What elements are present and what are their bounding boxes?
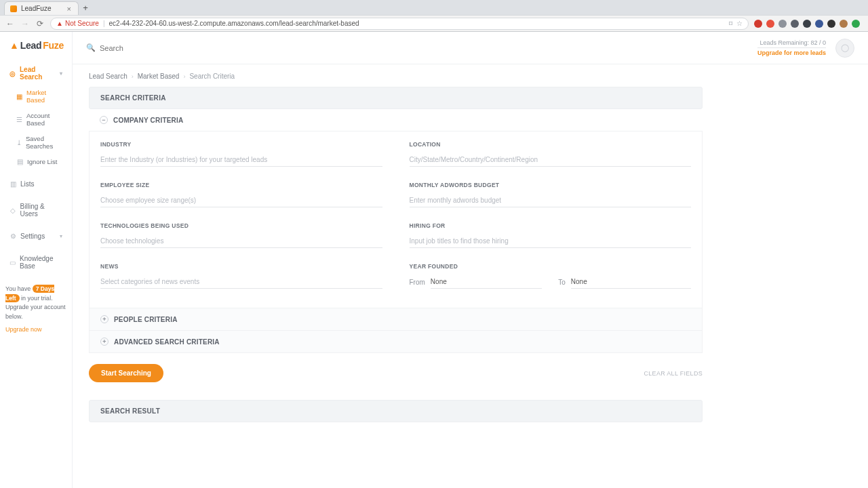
crumb-market-based[interactable]: Market Based: [138, 73, 180, 80]
chevron-down-icon: ▾: [60, 70, 62, 77]
not-secure-label: Not Secure: [65, 20, 99, 27]
nav-market-based-label: Market Based: [26, 89, 62, 104]
lists-icon: ▥: [9, 181, 16, 188]
extension-icons: [754, 20, 863, 28]
ext-icon-7[interactable]: [827, 20, 835, 28]
account-icon: ☰: [16, 116, 22, 123]
nav-kb-label: Knowledge Base: [20, 255, 62, 270]
company-criteria-label: COMPANY CRITERIA: [113, 117, 183, 124]
breadcrumb: Lead Search › Market Based › Search Crit…: [89, 73, 852, 80]
location-input[interactable]: [410, 153, 692, 167]
year-label: YEAR FOUNDED: [410, 263, 692, 270]
user-avatar[interactable]: ◯: [835, 39, 854, 58]
url-box[interactable]: ▲ Not Secure | ec2-44-232-204-60.us-west…: [50, 18, 749, 30]
nav-market-based[interactable]: ▦ Market Based: [5, 85, 66, 108]
star-icon[interactable]: ☆: [736, 20, 743, 27]
actions-row: Start Searching CLEAR ALL FIELDS: [89, 353, 703, 396]
field-news: NEWS: [100, 263, 382, 289]
reload-button[interactable]: ⟳: [35, 19, 45, 28]
tab-close-icon[interactable]: ×: [67, 5, 71, 13]
crumb-current: Search Criteria: [189, 73, 235, 80]
news-input[interactable]: [100, 275, 382, 289]
chevron-right-icon: ›: [183, 73, 185, 80]
address-bar: ← → ⟳ ▲ Not Secure | ec2-44-232-204-60.u…: [0, 15, 868, 31]
topbar: 🔍 Leads Remaining: 82 / 0 Upgrade for mo…: [73, 32, 868, 64]
field-industry: INDUSTRY: [100, 141, 382, 167]
leads-remaining: Leads Remaining: 82 / 0 Upgrade for more…: [757, 39, 826, 56]
advanced-criteria-toggle[interactable]: + ADVANCED SEARCH CRITERIA: [89, 331, 703, 353]
start-searching-button[interactable]: Start Searching: [89, 364, 163, 382]
save-icon: ⤓: [16, 139, 22, 146]
year-to[interactable]: To None: [558, 275, 691, 289]
nav-lists-label: Lists: [20, 180, 35, 188]
warning-icon: ▲: [56, 20, 63, 27]
global-search[interactable]: 🔍: [86, 43, 249, 52]
market-icon: ▦: [16, 93, 22, 100]
nav-lead-search[interactable]: ◎ Lead Search ▾: [5, 62, 66, 85]
nav-account-based[interactable]: ☰ Account Based: [5, 108, 66, 131]
search-criteria-header: SEARCH CRITERIA: [89, 87, 703, 109]
nav-settings[interactable]: ⚙ Settings ▾: [5, 228, 66, 244]
expand-icon: +: [100, 338, 108, 346]
browser-chrome: LeadFuze × + ← → ⟳ ▲ Not Secure | ec2-44…: [0, 0, 868, 32]
key-icon[interactable]: ⌑: [729, 20, 732, 27]
back-button[interactable]: ←: [5, 19, 15, 28]
adwords-input[interactable]: [410, 194, 692, 207]
ext-icon-5[interactable]: [803, 20, 811, 28]
ext-icon-4[interactable]: [791, 20, 799, 28]
forward-button[interactable]: →: [20, 19, 30, 28]
ignore-icon: ▤: [16, 159, 23, 165]
tech-input[interactable]: [100, 235, 382, 248]
nav-lead-search-label: Lead Search: [20, 66, 56, 81]
year-to-value: None: [571, 275, 691, 289]
url-text: ec2-44-232-204-60.us-west-2.compute.amaz…: [109, 20, 359, 27]
nav-saved-searches-label: Saved Searches: [26, 135, 62, 150]
year-from[interactable]: From None: [410, 275, 542, 289]
field-employee-size: EMPLOYEE SIZE: [100, 182, 382, 207]
ext-icon-8[interactable]: [852, 20, 860, 28]
ext-icon-6[interactable]: [815, 20, 823, 28]
nav-settings-label: Settings: [20, 232, 45, 240]
news-label: NEWS: [100, 263, 382, 270]
trial-prefix: You have: [5, 285, 33, 292]
adwords-label: MONTHLY ADWORDS BUDGET: [410, 182, 692, 188]
company-criteria-toggle[interactable]: − COMPANY CRITERIA: [89, 109, 703, 131]
field-adwords: MONTHLY ADWORDS BUDGET: [410, 182, 692, 207]
people-criteria-toggle[interactable]: + PEOPLE CRITERIA: [89, 308, 703, 331]
field-location: LOCATION: [410, 141, 692, 167]
browser-tab[interactable]: LeadFuze ×: [4, 1, 79, 15]
billing-icon: ◇: [9, 207, 16, 214]
nav-account-based-label: Account Based: [26, 112, 62, 127]
upgrade-now-link[interactable]: Upgrade now: [5, 325, 66, 335]
nav-billing-label: Billing & Users: [20, 203, 62, 218]
nav-ignore-list[interactable]: ▤ Ignore List: [5, 154, 66, 169]
nav-billing[interactable]: ◇ Billing & Users: [5, 199, 66, 222]
search-result-header: SEARCH RESULT: [89, 400, 703, 422]
industry-input[interactable]: [100, 153, 382, 167]
employee-label: EMPLOYEE SIZE: [100, 182, 382, 188]
ext-icon-2[interactable]: [766, 20, 774, 28]
field-technologies: TECHNOLOGIES BEING USED: [100, 222, 382, 248]
logo[interactable]: ▲ LeadFuze: [9, 40, 66, 51]
nav-knowledge-base[interactable]: ▭ Knowledge Base: [5, 251, 66, 274]
company-criteria-body: INDUSTRY LOCATION EMPLOYEE SIZE: [89, 131, 703, 308]
logo-fuze: Fuze: [43, 40, 64, 51]
ext-icon-1[interactable]: [754, 20, 762, 28]
chevron-down-icon: ▾: [60, 233, 62, 239]
advanced-criteria-label: ADVANCED SEARCH CRITERIA: [114, 338, 220, 346]
search-input[interactable]: [100, 44, 249, 52]
search-panel: SEARCH CRITERIA − COMPANY CRITERIA INDUS…: [89, 87, 703, 422]
not-secure-badge: ▲ Not Secure: [56, 20, 99, 27]
upgrade-leads-link[interactable]: Upgrade for more leads: [757, 49, 826, 56]
ext-icon-3[interactable]: [778, 20, 787, 28]
employee-input[interactable]: [100, 194, 382, 207]
ext-avatar[interactable]: [840, 20, 848, 28]
hiring-input[interactable]: [410, 235, 692, 248]
nav-saved-searches[interactable]: ⤓ Saved Searches: [5, 131, 66, 154]
clear-all-fields-link[interactable]: CLEAR ALL FIELDS: [644, 370, 703, 377]
new-tab-button[interactable]: +: [79, 1, 92, 15]
year-to-label: To: [558, 279, 566, 286]
crumb-lead-search[interactable]: Lead Search: [89, 73, 127, 80]
gear-icon: ⚙: [9, 233, 16, 240]
nav-lists[interactable]: ▥ Lists: [5, 176, 66, 192]
